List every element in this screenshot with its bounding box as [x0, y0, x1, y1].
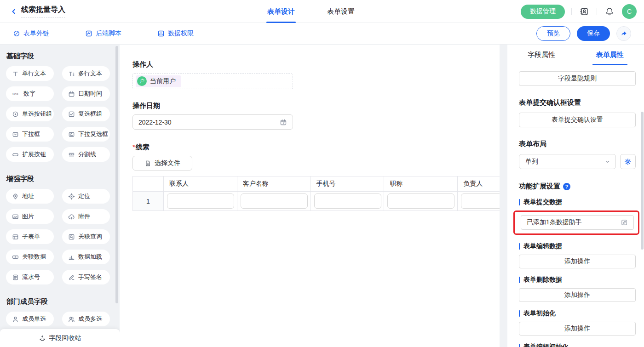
blue-bar [519, 344, 520, 347]
group-label-text: 表单编辑初始化 [523, 343, 569, 347]
date-input[interactable]: 2022-12-30 [132, 114, 293, 130]
submit-data-assistant-button[interactable]: 已添加1条数据助手 [521, 215, 634, 230]
field-item-related-query[interactable]: 关联查询 [62, 229, 110, 244]
field-item-label: 附件 [78, 212, 90, 221]
basic-fields-grid: 单行文本 多行文本 123 数字 日期时间 单选按钮组 复选框组 下拉框 下拉复 [0, 66, 120, 167]
choose-file-button[interactable]: 选择文件 [132, 156, 192, 171]
help-icon[interactable]: ? [563, 183, 570, 190]
blue-bar [519, 310, 520, 317]
field-item-data-load[interactable]: 数据加载 [62, 250, 110, 264]
member-single-icon [12, 316, 19, 323]
field-item-related-data[interactable]: 关联数据 [6, 250, 54, 264]
save-button[interactable]: 保存 [577, 26, 610, 41]
tab-form-properties[interactable]: 表单属性 [576, 45, 644, 65]
field-item-signature[interactable]: 手写签名 [62, 270, 110, 284]
edit-data-add-button[interactable]: 添加操作 [519, 255, 636, 268]
page-title[interactable]: 线索批量导入 [21, 5, 65, 17]
field-item-extend-button[interactable]: 扩展按钮 [6, 147, 54, 162]
field-item-checkbox-group[interactable]: 复选框组 [62, 107, 110, 121]
blue-bar [519, 243, 520, 250]
cell-input-contact[interactable] [167, 193, 234, 209]
external-link-button[interactable]: 表单外链 [13, 29, 49, 38]
current-user-tag[interactable]: 户 当前用户 [136, 75, 181, 87]
field-item-multi-select[interactable]: 下拉复选框 [62, 127, 110, 142]
panel-scrollbar[interactable] [641, 112, 644, 250]
preview-button[interactable]: 预览 [536, 26, 570, 41]
field-library-sidebar: 基础字段 单行文本 多行文本 123 数字 日期时间 单选按钮组 复选框组 下拉… [0, 45, 120, 347]
calendar-icon [68, 91, 75, 97]
field-item-label: 流水号 [22, 273, 40, 281]
back-button[interactable] [8, 6, 19, 17]
external-link-label: 表单外链 [23, 29, 49, 38]
field-item-member-multi[interactable]: 成员多选 [62, 312, 110, 326]
tab-field-properties[interactable]: 字段属性 [507, 45, 576, 65]
submit-confirm-title: 表单提交确认框设置 [519, 98, 636, 107]
group-label-edit-data: 表单编辑数据 [519, 242, 636, 250]
field-item-datetime[interactable]: 日期时间 [62, 86, 110, 101]
blue-bar [519, 199, 520, 205]
form-canvas: 操作人 户 当前用户 操作日期 2022-12-30 *线索 选择文件 联系人 … [120, 45, 500, 347]
group-label-text: 表单提交数据 [523, 198, 562, 206]
multi-line-text-icon [68, 70, 75, 77]
bell-icon [605, 7, 614, 16]
group-label-submit-data: 表单提交数据 [519, 198, 636, 206]
related-data-icon [12, 254, 19, 261]
topbar-tabs: 表单设计 表单设置 [264, 0, 357, 23]
cell-input-owner[interactable] [461, 193, 500, 209]
cell-input-title[interactable] [387, 193, 454, 209]
cell-input-customer[interactable] [241, 193, 308, 209]
field-item-member-single[interactable]: 成员单选 [6, 312, 54, 326]
avatar[interactable]: C [622, 4, 637, 19]
share-button[interactable] [616, 26, 631, 41]
data-permission-button[interactable]: 数据权限 [157, 29, 194, 38]
share-arrow-icon [620, 30, 627, 37]
field-item-locate[interactable]: 定位 [62, 189, 110, 204]
field-recycle-bin[interactable]: 字段回收站 [0, 329, 120, 347]
operator-field[interactable]: 户 当前用户 [132, 73, 293, 89]
tab-form-design[interactable]: 表单设计 [264, 0, 298, 23]
field-item-number[interactable]: 123 数字 [6, 86, 54, 101]
layout-select[interactable]: 单列 [519, 154, 616, 169]
topbar-right: 数据管理 C [521, 0, 637, 23]
field-item-label: 单选按钮组 [22, 110, 52, 118]
submit-confirm-button[interactable]: 表单提交确认设置 [519, 113, 636, 127]
user-tag-avatar: 户 [137, 76, 147, 86]
edit-icon[interactable] [621, 219, 628, 226]
form-init-add-button[interactable]: 添加操作 [519, 322, 636, 336]
field-item-label: 关联查询 [78, 233, 102, 241]
field-item-label: 分割线 [78, 150, 96, 159]
layout-settings-button[interactable] [620, 154, 636, 169]
notifications-button[interactable] [604, 6, 615, 17]
field-item-multi-line-text[interactable]: 多行文本 [62, 66, 110, 81]
back-chevron-icon [10, 8, 17, 15]
group-label-text: 表单删除数据 [523, 276, 562, 284]
field-item-select[interactable]: 下拉框 [6, 127, 54, 142]
field-item-single-line-text[interactable]: 单行文本 [6, 66, 54, 81]
tab-form-settings[interactable]: 表单设置 [324, 0, 357, 23]
data-manage-button[interactable]: 数据管理 [521, 5, 565, 19]
group-label-edit-init: 表单编辑初始化 [519, 343, 636, 347]
field-item-divider-line[interactable]: 分割线 [62, 147, 110, 162]
clue-label-text: 线索 [136, 143, 150, 151]
field-item-image[interactable]: 图片 [6, 209, 54, 224]
extension-settings-title: 功能扩展设置 [519, 182, 560, 191]
clue-table: 联系人 客户名称 手机号 职称 负责人 1 [132, 176, 500, 211]
backend-script-button[interactable]: 后端脚本 [85, 29, 121, 38]
toolbar-right: 预览 保存 [536, 26, 631, 41]
field-item-address[interactable]: 地址 [6, 189, 54, 204]
field-item-label: 下拉复选框 [78, 130, 108, 138]
field-item-subform[interactable]: 子表单 [6, 229, 54, 244]
cell-input-phone[interactable] [314, 193, 381, 209]
field-item-attachment[interactable]: 附件 [62, 209, 110, 224]
field-visibility-rules-button[interactable]: 字段显隐规则 [519, 71, 636, 86]
address-book-button[interactable] [578, 6, 590, 17]
column-header-customer: 客户名称 [237, 176, 310, 192]
delete-data-add-button[interactable]: 添加操作 [519, 288, 636, 302]
clue-table-header-row: 联系人 客户名称 手机号 职称 负责人 [133, 176, 500, 192]
sidebar-scrollbar[interactable] [115, 46, 118, 303]
calendar-input-icon [280, 119, 287, 126]
field-item-label: 单行文本 [22, 69, 46, 78]
field-item-serial-number[interactable]: 流水号 [6, 270, 54, 284]
field-item-radio-group[interactable]: 单选按钮组 [6, 107, 54, 121]
index-column-header [133, 176, 164, 192]
